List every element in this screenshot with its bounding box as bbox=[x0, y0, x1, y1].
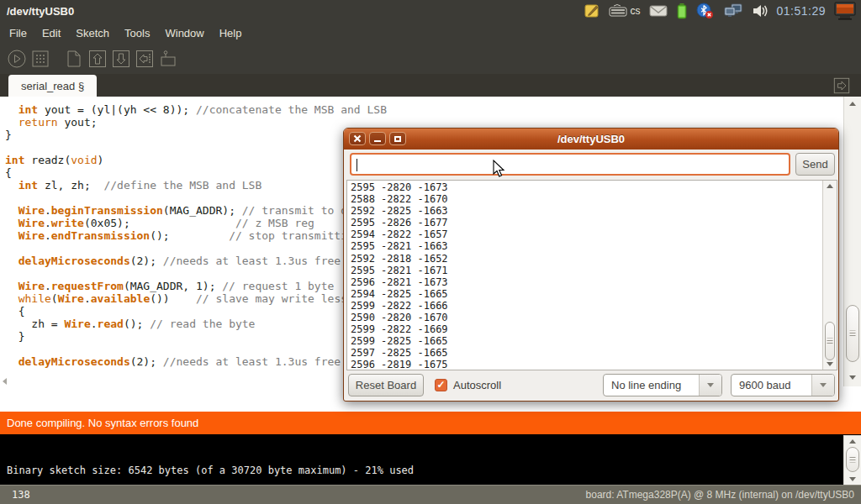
scroll-up-icon[interactable] bbox=[849, 439, 856, 444]
console-scrollbar-thumb[interactable] bbox=[846, 447, 859, 472]
scroll-down-icon[interactable] bbox=[849, 477, 856, 481]
ide-toolbar bbox=[0, 44, 861, 74]
tab-bar: serial_read § bbox=[0, 74, 861, 97]
line-ending-value: No line ending bbox=[611, 379, 681, 391]
serial-monitor-controls: Reset Board ✓ Autoscroll No line ending … bbox=[344, 374, 838, 402]
tab-menu-button[interactable] bbox=[832, 76, 851, 95]
scroll-down-icon[interactable] bbox=[849, 375, 856, 380]
scroll-down-icon[interactable] bbox=[827, 362, 833, 366]
upload-button[interactable] bbox=[135, 49, 155, 69]
new-sketch-button[interactable] bbox=[64, 49, 84, 69]
minimize-icon[interactable] bbox=[369, 132, 386, 145]
stop-button[interactable] bbox=[30, 49, 50, 69]
serial-input-field[interactable] bbox=[350, 153, 790, 176]
autoscroll-label: Autoscroll bbox=[453, 379, 501, 391]
bluetooth-icon[interactable] bbox=[696, 3, 715, 19]
text-caret bbox=[357, 159, 357, 171]
compile-status-bar: Done compiling. No syntax errors found bbox=[0, 412, 861, 434]
maximize-icon[interactable] bbox=[389, 132, 406, 145]
scroll-up-icon[interactable] bbox=[827, 184, 833, 188]
save-sketch-button[interactable] bbox=[111, 49, 131, 69]
desktop-top-bar: /dev/ttyUSB0 cs 01:51:29 bbox=[0, 0, 861, 22]
serial-monitor-button[interactable] bbox=[158, 49, 178, 69]
serial-output: 2595 -2820 -1673 2588 -2822 -1670 2592 -… bbox=[351, 181, 448, 371]
baud-rate-dropdown[interactable]: 9600 baud bbox=[731, 374, 835, 396]
reset-board-button[interactable]: Reset Board bbox=[348, 374, 424, 396]
console-scrollbar[interactable] bbox=[843, 435, 861, 485]
active-window-title: /dev/ttyUSB0 bbox=[0, 5, 74, 18]
board-info: board: ATmega328P(A) @ 8 MHz (internal) … bbox=[586, 489, 861, 501]
ide-footer: 138 board: ATmega328P(A) @ 8 MHz (intern… bbox=[0, 485, 861, 504]
line-ending-dropdown[interactable]: No line ending bbox=[603, 374, 722, 396]
build-console: Binary sketch size: 6542 bytes (of a 307… bbox=[0, 434, 861, 485]
keyboard-layout-indicator[interactable]: cs bbox=[631, 5, 641, 17]
editor-scrollbar[interactable] bbox=[843, 97, 861, 386]
tab-label: serial_read § bbox=[21, 80, 84, 92]
network-icon[interactable] bbox=[723, 3, 743, 19]
verify-button[interactable] bbox=[7, 49, 27, 69]
hscroll-left-icon[interactable] bbox=[3, 378, 7, 385]
scroll-up-icon[interactable] bbox=[849, 102, 856, 106]
system-tray: cs 01:51:29 bbox=[584, 2, 861, 20]
battery-icon[interactable] bbox=[676, 3, 688, 19]
notes-icon[interactable] bbox=[584, 3, 600, 19]
serial-monitor-window: /dev/ttyUSB0 Send 2595 -2820 -1673 2588 … bbox=[343, 128, 839, 402]
keyboard-icon[interactable] bbox=[609, 3, 627, 19]
menu-edit[interactable]: Edit bbox=[34, 24, 68, 43]
serial-scrollbar-thumb[interactable] bbox=[825, 322, 835, 360]
volume-icon[interactable] bbox=[752, 3, 769, 19]
chevron-down-icon[interactable] bbox=[699, 375, 721, 396]
mouse-cursor bbox=[493, 160, 506, 181]
chevron-down-icon[interactable] bbox=[811, 375, 834, 396]
tab-serial-read[interactable]: serial_read § bbox=[8, 75, 97, 97]
screen: /dev/ttyUSB0 cs 01:51:29 File Edit Sketc… bbox=[0, 0, 861, 504]
clock[interactable]: 01:51:29 bbox=[777, 4, 827, 18]
compile-status-message: Done compiling. No syntax errors found bbox=[0, 417, 198, 429]
session-monitor-icon[interactable] bbox=[834, 2, 856, 20]
editor-scrollbar-thumb[interactable] bbox=[846, 305, 859, 362]
line-number-indicator: 138 bbox=[0, 489, 30, 501]
serial-monitor-title: /dev/ttyUSB0 bbox=[344, 133, 838, 145]
autoscroll-checkbox[interactable]: ✓ bbox=[435, 379, 447, 391]
reset-board-label: Reset Board bbox=[356, 379, 416, 391]
baud-rate-value: 9600 baud bbox=[739, 379, 790, 391]
send-button-label: Send bbox=[802, 158, 827, 171]
mail-icon[interactable] bbox=[649, 4, 668, 18]
build-console-text: Binary sketch size: 6542 bytes (of a 307… bbox=[7, 465, 414, 476]
menu-bar: File Edit Sketch Tools Window Help bbox=[0, 22, 861, 44]
checkmark-icon: ✓ bbox=[436, 379, 445, 391]
menu-file[interactable]: File bbox=[2, 24, 34, 43]
menu-tools[interactable]: Tools bbox=[117, 24, 157, 43]
window-buttons bbox=[349, 132, 406, 145]
close-icon[interactable] bbox=[349, 132, 366, 145]
serial-output-box[interactable]: 2595 -2820 -1673 2588 -2822 -1670 2592 -… bbox=[346, 180, 837, 370]
serial-monitor-titlebar[interactable]: /dev/ttyUSB0 bbox=[344, 129, 838, 150]
open-sketch-button[interactable] bbox=[87, 49, 108, 69]
menu-window[interactable]: Window bbox=[157, 24, 211, 43]
menu-sketch[interactable]: Sketch bbox=[68, 24, 117, 43]
menu-help[interactable]: Help bbox=[212, 24, 250, 43]
send-button[interactable]: Send bbox=[795, 153, 835, 176]
serial-output-scrollbar[interactable] bbox=[822, 181, 837, 370]
